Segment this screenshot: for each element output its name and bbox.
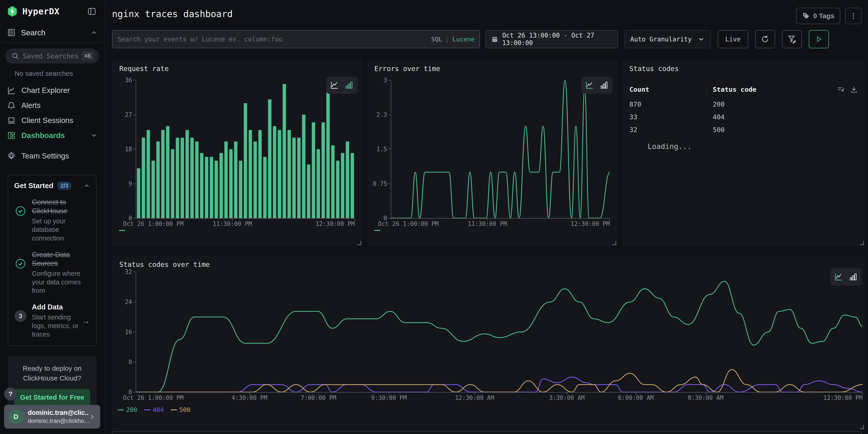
add-new-tile-button[interactable]: + Add New Tile [112, 431, 862, 434]
x-tick-label: 12:30:00 PM [570, 220, 610, 227]
promo-line-1: Ready to deploy on [14, 364, 90, 373]
table-row[interactable]: 870200 [629, 98, 858, 111]
bar [186, 130, 189, 218]
line-view-toggle[interactable] [330, 80, 340, 90]
legend-item-500[interactable]: 500 [171, 406, 191, 413]
x-tick [249, 393, 250, 395]
chart-legend [119, 230, 125, 231]
get-started-step-3[interactable]: 3 Add Data Start sending logs, metrics, … [14, 303, 90, 339]
user-menu[interactable]: D dominic.tran@clic... dominic.tran@clic… [4, 405, 100, 429]
sidebar-item-team-settings[interactable]: Team Settings [0, 149, 104, 163]
get-started-progress-badge: 2/3 [57, 181, 72, 190]
line-view-toggle[interactable] [585, 80, 594, 90]
user-email: dominic.tran@clickho... [28, 417, 89, 425]
tile-resize-handle[interactable] [357, 241, 361, 245]
sidebar-item-client-sessions[interactable]: Client Sessions [0, 113, 104, 128]
line-view-toggle[interactable] [834, 272, 844, 282]
brand-row: HyperDX [0, 0, 104, 23]
column-header-count[interactable]: Count [629, 86, 706, 93]
legend-item[interactable] [119, 230, 125, 231]
x-tick-label: 11:30:00 PM [213, 220, 252, 227]
tile-resize-handle[interactable] [860, 425, 864, 429]
step-number-badge: 3 [14, 310, 26, 322]
run-query-button[interactable] [809, 30, 829, 48]
help-button[interactable]: ? [4, 388, 17, 400]
get-started-step-2[interactable]: Create Data Sources Configure where your… [14, 250, 90, 295]
sidebar-item-chart-explorer[interactable]: Chart Explorer [0, 83, 104, 98]
x-tick-label: 6:00:00 AM [618, 394, 654, 401]
y-tick-label: 16 [125, 329, 132, 335]
shortcut-badge: ⌘K [82, 52, 94, 61]
bar [229, 149, 233, 218]
y-axis: 36271890 [113, 80, 136, 218]
bar [205, 157, 208, 218]
table-row[interactable]: 33404 [629, 111, 858, 123]
check-circle-icon [14, 258, 26, 270]
bar [336, 161, 340, 218]
y-tick [133, 362, 136, 362]
bar [317, 149, 320, 218]
filter-button[interactable] [782, 30, 802, 48]
loading-text: Loading... [648, 142, 691, 151]
tile-resize-handle[interactable] [860, 241, 864, 245]
sidebar-item-search[interactable]: Search [0, 23, 104, 43]
chevron-up-icon[interactable] [83, 182, 90, 189]
live-button[interactable]: Live [718, 30, 748, 48]
chevron-down-icon [698, 35, 705, 43]
legend-label: 404 [153, 406, 164, 413]
y-tick [388, 149, 391, 149]
step-desc: Start sending logs, metrics, or traces [32, 313, 80, 339]
cell-status-code: 500 [706, 126, 858, 134]
bell-icon [7, 101, 16, 110]
bar-view-toggle[interactable] [848, 272, 858, 282]
get-started-step-1[interactable]: Connect to ClickHouse Set up your databa… [14, 198, 90, 243]
bar [239, 161, 242, 218]
bar [351, 153, 354, 218]
line-chart-icon [834, 272, 843, 282]
legend-item[interactable] [374, 230, 380, 231]
tile-resize-handle[interactable] [612, 241, 616, 245]
chart-type-toggle [830, 268, 862, 285]
tile-request-rate: Request rate 36271890 Oct 26 1:00:00 PM1… [112, 60, 363, 246]
saved-searches-input[interactable]: Saved Searches ⌘K [5, 49, 99, 63]
get-started-card: Get Started 2/3 Connect to ClickHouse Se… [8, 175, 97, 346]
tile-status-codes-over-time: Status codes over time 32241680 Oct 26 1… [112, 255, 865, 430]
get-started-free-button[interactable]: Get Started for Free [14, 389, 90, 406]
nav-label: Client Sessions [22, 116, 97, 125]
x-tick-label: Oct 26 1:00:00 PM [378, 220, 439, 227]
bar [263, 157, 267, 218]
refresh-button[interactable] [755, 30, 775, 48]
download-icon[interactable] [850, 85, 858, 94]
column-header-status-code[interactable]: Status code [706, 86, 837, 93]
bar [326, 92, 330, 218]
bar-view-toggle[interactable] [344, 80, 354, 90]
date-range-value: Oct 26 13:00:00 - Oct 27 13:00:00 [502, 32, 612, 47]
bar-chart-icon [599, 81, 609, 90]
avatar: D [9, 409, 23, 424]
legend-item-200[interactable]: 200 [118, 406, 137, 413]
legend-item-404[interactable]: 404 [144, 406, 164, 413]
date-range-picker[interactable]: Oct 26 13:00:00 - Oct 27 13:00:00 [486, 30, 618, 48]
panel-left-icon [87, 7, 96, 16]
table-row[interactable]: 32500 [629, 123, 858, 136]
sidebar-item-alerts[interactable]: Alerts [0, 98, 104, 113]
sidebar-item-dashboards[interactable]: Dashboards [0, 128, 104, 143]
dashboard-menu-button[interactable] [845, 8, 862, 24]
bar [341, 153, 344, 218]
bar-view-toggle[interactable] [599, 80, 609, 90]
y-tick-label: 9 [128, 180, 132, 187]
bar [190, 138, 194, 218]
calendar-icon [491, 35, 498, 43]
y-tick-label: 0.75 [373, 180, 387, 187]
tags-button[interactable]: 0 Tags [796, 8, 840, 24]
bar [283, 84, 286, 218]
y-tick-label: 18 [125, 146, 132, 153]
sql-toggle[interactable]: SQL [431, 36, 442, 43]
sort-rows-icon[interactable] [837, 85, 845, 94]
event-search-input[interactable] [118, 35, 431, 43]
bar [142, 138, 145, 218]
sidebar-collapse-button[interactable] [86, 5, 98, 18]
bar-chart-icon [344, 81, 353, 90]
lucene-toggle[interactable]: Lucene [452, 36, 474, 43]
granularity-select[interactable]: Auto Granularity [624, 30, 711, 48]
